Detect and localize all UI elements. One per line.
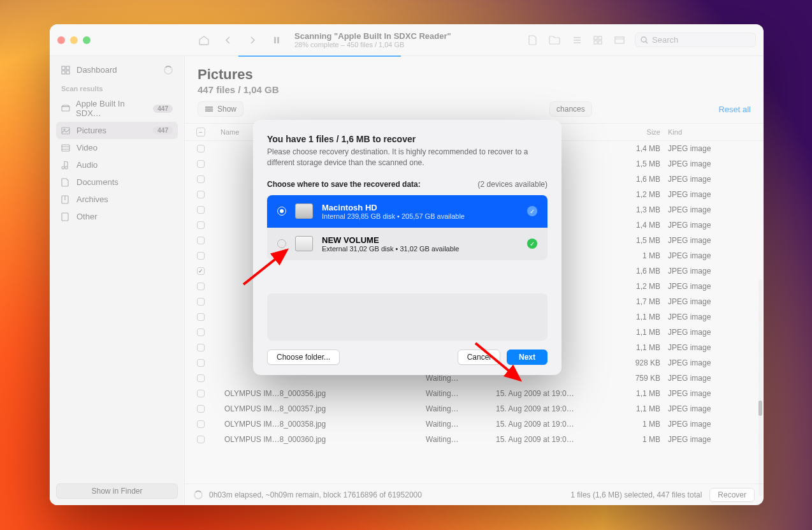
row-checkbox[interactable] bbox=[197, 267, 205, 275]
row-checkbox[interactable] bbox=[197, 175, 205, 183]
radio-icon bbox=[277, 207, 286, 216]
sidebar-item-label: Pictures bbox=[76, 126, 106, 135]
sidebar-item-pictures[interactable]: Pictures447 bbox=[56, 122, 178, 139]
row-checkbox[interactable] bbox=[197, 359, 205, 367]
sidebar-item-apple-built-in-sdx-[interactable]: Apple Built In SDX…447 bbox=[56, 95, 178, 122]
sidebar-item-dashboard[interactable]: Dashboard bbox=[56, 61, 178, 78]
reset-all-link[interactable]: Reset all bbox=[718, 105, 751, 114]
row-kind: JPEG image bbox=[668, 297, 764, 306]
sidebar-item-archives[interactable]: Archives bbox=[56, 191, 178, 208]
sidebar-item-label: Audio bbox=[76, 160, 98, 170]
chances-filter[interactable]: chances bbox=[549, 101, 592, 117]
doc-icon bbox=[61, 178, 71, 187]
dialog-subtitle: Please choose recovery destination. It i… bbox=[267, 147, 547, 168]
scrollbar[interactable] bbox=[758, 279, 762, 496]
search-input[interactable]: Search bbox=[635, 33, 756, 47]
titlebar-title-group: Scanning "Apple Built In SDXC Reader" 28… bbox=[294, 31, 526, 48]
row-modified: 15. Aug 2009 at 19:0… bbox=[496, 404, 611, 413]
sidebar-item-label: Video bbox=[76, 143, 98, 152]
row-name: OLYMPUS IM…8_000357.jpg bbox=[217, 404, 426, 413]
row-size: 1,7 MB bbox=[611, 297, 668, 306]
row-kind: JPEG image bbox=[668, 343, 764, 352]
sidebar: Dashboard Scan results Apple Built In SD… bbox=[50, 56, 185, 505]
expand-toggle[interactable]: − bbox=[196, 128, 205, 136]
svg-rect-12 bbox=[62, 107, 69, 111]
search-icon bbox=[641, 36, 648, 44]
row-checkbox[interactable] bbox=[197, 374, 205, 382]
show-in-finder-button[interactable]: Show in Finder bbox=[56, 483, 178, 499]
fullscreen-button[interactable] bbox=[83, 36, 91, 44]
row-size: 1,5 MB bbox=[611, 159, 668, 168]
home-icon[interactable] bbox=[198, 35, 210, 45]
row-checkbox[interactable] bbox=[197, 252, 205, 260]
row-size: 928 KB bbox=[611, 358, 668, 367]
status-left: 0h03m elapsed, ~0h09m remain, block 1761… bbox=[209, 490, 422, 499]
window-icon[interactable] bbox=[613, 35, 626, 45]
pause-icon[interactable] bbox=[270, 35, 283, 45]
row-name: OLYMPUS IM…8_000356.jpg bbox=[217, 389, 426, 398]
svg-point-14 bbox=[64, 129, 65, 130]
row-kind: JPEG image bbox=[668, 435, 764, 444]
dialog-title: You have 1 files / 1,6 MB to recover bbox=[267, 134, 547, 144]
col-kind[interactable]: Kind bbox=[668, 128, 764, 136]
device-name: Macintosh HD bbox=[322, 203, 518, 212]
row-size: 1,1 MB bbox=[611, 389, 668, 398]
device-option[interactable]: NEW VOLUMEExternal 31,02 GB disk • 31,02… bbox=[267, 228, 547, 260]
drive-icon bbox=[295, 203, 313, 219]
row-kind: JPEG image bbox=[668, 389, 764, 398]
row-checkbox[interactable] bbox=[197, 283, 205, 290]
sidebar-badge: 447 bbox=[153, 105, 173, 113]
list-icon[interactable] bbox=[570, 35, 583, 45]
row-checkbox[interactable] bbox=[197, 436, 205, 443]
sidebar-item-documents[interactable]: Documents bbox=[56, 173, 178, 191]
folder-icon[interactable] bbox=[548, 35, 561, 45]
table-row[interactable]: OLYMPUS IM…8_000360.jpgWaiting…15. Aug 2… bbox=[185, 432, 764, 447]
sidebar-item-label: Documents bbox=[76, 177, 119, 187]
chances-filter-label: chances bbox=[556, 105, 585, 114]
show-filter[interactable]: Show bbox=[198, 101, 243, 117]
row-kind: JPEG image bbox=[668, 282, 764, 291]
search-placeholder: Search bbox=[652, 35, 678, 45]
forward-icon[interactable] bbox=[246, 35, 259, 45]
row-name: OLYMPUS IM…8_000358.jpg bbox=[217, 420, 426, 429]
sidebar-section-header: Scan results bbox=[56, 78, 178, 95]
row-checkbox[interactable] bbox=[197, 328, 205, 336]
row-checkbox[interactable] bbox=[197, 390, 205, 397]
sidebar-item-audio[interactable]: Audio bbox=[56, 156, 178, 173]
page-subtitle: 447 files / 1,04 GB bbox=[198, 84, 751, 95]
device-option[interactable]: Macintosh HDInternal 239,85 GB disk • 20… bbox=[267, 195, 547, 228]
sidebar-item-other[interactable]: Other bbox=[56, 208, 178, 225]
svg-rect-9 bbox=[66, 66, 69, 70]
row-kind: JPEG image bbox=[668, 404, 764, 413]
row-size: 1 MB bbox=[611, 435, 668, 444]
minimize-button[interactable] bbox=[70, 36, 78, 44]
scrollbar-thumb[interactable] bbox=[758, 401, 762, 416]
row-checkbox[interactable] bbox=[197, 344, 205, 351]
row-size: 1 MB bbox=[611, 251, 668, 260]
table-row[interactable]: OLYMPUS IM…8_000357.jpgWaiting…15. Aug 2… bbox=[185, 401, 764, 416]
row-name: OLYMPUS IM…8_000360.jpg bbox=[217, 435, 426, 444]
row-checkbox[interactable] bbox=[197, 405, 205, 413]
row-kind: JPEG image bbox=[668, 328, 764, 337]
close-button[interactable] bbox=[57, 36, 65, 44]
row-checkbox[interactable] bbox=[197, 298, 205, 305]
svg-rect-4 bbox=[594, 41, 597, 44]
row-checkbox[interactable] bbox=[197, 206, 205, 214]
col-size[interactable]: Size bbox=[611, 128, 668, 136]
sidebar-item-video[interactable]: Video bbox=[56, 139, 178, 156]
row-checkbox[interactable] bbox=[197, 221, 205, 229]
row-checkbox[interactable] bbox=[197, 160, 205, 168]
choose-folder-button[interactable]: Choose folder... bbox=[267, 350, 340, 365]
row-checkbox[interactable] bbox=[197, 420, 205, 428]
row-checkbox[interactable] bbox=[197, 313, 205, 321]
file-icon[interactable] bbox=[526, 35, 539, 45]
row-kind: JPEG image bbox=[668, 144, 764, 153]
back-icon[interactable] bbox=[222, 35, 235, 45]
table-row[interactable]: OLYMPUS IM…8_000358.jpgWaiting…15. Aug 2… bbox=[185, 416, 764, 432]
recover-button[interactable]: Recover bbox=[709, 488, 755, 502]
row-checkbox[interactable] bbox=[197, 237, 205, 244]
svg-rect-5 bbox=[598, 41, 602, 44]
row-checkbox[interactable] bbox=[197, 145, 205, 152]
grid-icon[interactable] bbox=[591, 35, 604, 45]
row-checkbox[interactable] bbox=[197, 191, 205, 198]
